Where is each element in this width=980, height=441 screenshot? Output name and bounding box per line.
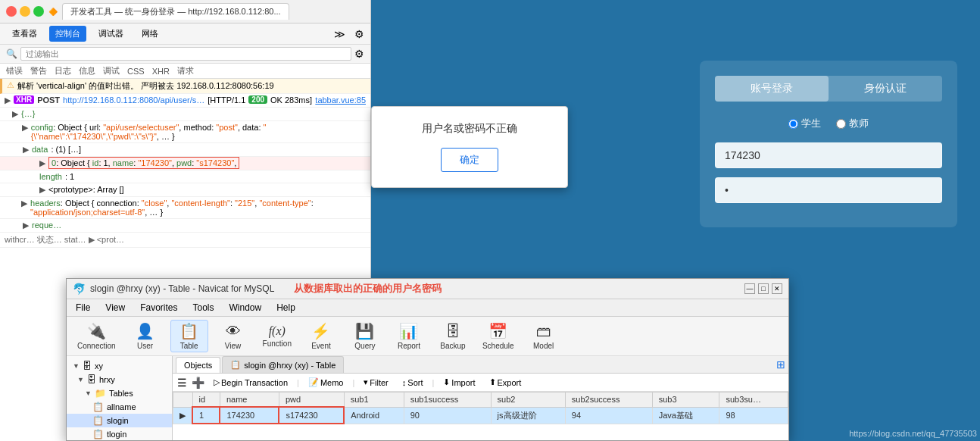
teacher-radio[interactable]	[836, 119, 846, 129]
tree-item-slogin[interactable]: 📋 slogin	[67, 414, 172, 427]
console-entry-request[interactable]: ▶ reque…	[0, 219, 370, 233]
sort-button[interactable]: ↕ Sort	[398, 377, 428, 389]
cell-sub1[interactable]: Android	[344, 407, 404, 424]
settings-icon[interactable]: ⚙	[354, 28, 364, 40]
password-input[interactable]	[715, 177, 942, 203]
tree-item-xy[interactable]: ▼ 🗄 xy	[67, 359, 172, 373]
tab-identity-auth[interactable]: 身份认证	[829, 76, 942, 102]
nav-tab-table[interactable]: 📋 slogin @hrxy (xy) - Table	[222, 356, 344, 373]
col-sub2[interactable]: sub2	[491, 393, 565, 408]
expand-icon[interactable]: ▶	[39, 158, 45, 168]
toolbar-function[interactable]: f(x) Function	[258, 323, 296, 349]
toolbar-view[interactable]: 👁 View	[214, 321, 252, 352]
settings-gear-icon[interactable]: ⚙	[354, 48, 364, 60]
cell-id[interactable]: 1	[192, 407, 220, 424]
source-ref[interactable]: tabbar.vue:85	[315, 95, 366, 105]
radio-student[interactable]: 学生	[788, 117, 821, 130]
toolbar-table[interactable]: 📋 Table	[170, 320, 208, 352]
toolbar-report[interactable]: 📊 Report	[390, 321, 428, 352]
menu-tools[interactable]: Tools	[190, 301, 217, 314]
cell-sub3su[interactable]: 98	[719, 407, 788, 424]
cell-sub2success[interactable]: 94	[565, 407, 652, 424]
expand-arrow-icon[interactable]: ▼	[73, 362, 80, 370]
filter-input[interactable]	[20, 47, 351, 61]
radio-teacher[interactable]: 教师	[836, 117, 869, 130]
col-name[interactable]: name	[220, 393, 279, 408]
tree-item-hrxy[interactable]: ▼ 🗄 hrxy	[67, 373, 172, 386]
hamburger-icon[interactable]: ☰	[177, 377, 187, 389]
memo-button[interactable]: 📝 Memo	[304, 376, 348, 389]
cell-sub1success[interactable]: 90	[404, 407, 491, 424]
level-xhr[interactable]: XHR	[152, 67, 170, 76]
maximize-button[interactable]	[33, 6, 44, 17]
tree-item-tables[interactable]: ▼ 📁 Tables	[67, 386, 172, 400]
cell-sub3[interactable]: Java基础	[652, 407, 719, 424]
menu-file[interactable]: File	[73, 301, 93, 314]
export-button[interactable]: ⬆ Export	[485, 376, 526, 389]
console-entry-headers[interactable]: ▶ headers: Object { connection: "close",…	[0, 197, 370, 219]
tree-item-tlogin[interactable]: 📋 tlogin	[67, 427, 172, 440]
tab-debugger[interactable]: 调试器	[92, 26, 130, 42]
close-button[interactable]	[6, 6, 17, 17]
level-requests[interactable]: 请求	[177, 65, 194, 77]
begin-transaction-button[interactable]: ▷ Begin Transaction	[209, 376, 292, 389]
tab-inspector[interactable]: 查看器	[6, 26, 43, 42]
browser-tab[interactable]: 开发者工具 — 统一身份登录 — http://192.168.0.112:80…	[62, 3, 289, 20]
restore-button[interactable]: □	[758, 283, 769, 294]
level-debug[interactable]: 调试	[103, 65, 120, 77]
level-info[interactable]: 信息	[79, 65, 95, 77]
toolbar-schedule[interactable]: 📅 Schedule	[478, 321, 519, 352]
col-sub1[interactable]: sub1	[344, 393, 404, 408]
cell-sub2[interactable]: js高级进阶	[491, 407, 565, 424]
cell-pwd[interactable]: s174230	[279, 407, 344, 424]
level-css[interactable]: CSS	[127, 67, 145, 76]
expand-icon[interactable]: ▶	[23, 220, 29, 230]
tab-account-login[interactable]: 账号登录	[715, 76, 829, 102]
expand-arrow-icon[interactable]: ▼	[77, 376, 84, 383]
table-row[interactable]: ▶ 1 174230 s174230 Android 90 js高级进阶 94 …	[173, 407, 788, 424]
tab-network[interactable]: 网络	[136, 26, 164, 42]
menu-window[interactable]: Window	[226, 301, 265, 314]
console-entry-object[interactable]: ▶ {…}	[0, 108, 370, 121]
navicat-window-controls[interactable]: — □ ✕	[744, 283, 782, 294]
col-id[interactable]: id	[192, 393, 220, 408]
expand-icon[interactable]: ▶	[5, 95, 11, 105]
toolbar-connection[interactable]: 🔌 Connection	[73, 321, 120, 352]
toolbar-query[interactable]: 💾 Query	[346, 321, 384, 352]
filter-button[interactable]: ▾ Filter	[359, 376, 392, 389]
menu-view[interactable]: View	[102, 301, 128, 314]
menu-help[interactable]: Help	[273, 301, 298, 314]
add-row-icon[interactable]: ➕	[192, 377, 204, 389]
console-entry-config[interactable]: ▶ config: Object { url: "api/user/select…	[0, 121, 370, 143]
expand-icon[interactable]: ▶	[21, 199, 27, 208]
expand-icon[interactable]: ▶	[39, 185, 45, 195]
col-sub1success[interactable]: sub1success	[404, 393, 491, 408]
level-warnings[interactable]: 警告	[30, 65, 47, 77]
alert-confirm-button[interactable]: 确定	[441, 148, 498, 172]
level-errors[interactable]: 错误	[6, 65, 23, 77]
username-input[interactable]	[715, 142, 942, 168]
toolbar-backup[interactable]: 🗄 Backup	[434, 321, 472, 352]
window-controls[interactable]	[6, 6, 44, 17]
col-sub3[interactable]: sub3	[652, 393, 719, 408]
close-button[interactable]: ✕	[772, 283, 782, 294]
cell-name[interactable]: 174230	[220, 407, 279, 424]
col-sub2success[interactable]: sub2success	[565, 393, 652, 408]
more-tabs-icon[interactable]: ≫	[334, 28, 345, 40]
expand-icon[interactable]: ▶	[12, 109, 18, 119]
tab-console[interactable]: 控制台	[49, 26, 86, 42]
import-button[interactable]: ⬇ Import	[439, 376, 479, 389]
expand-arrow-icon[interactable]: ▼	[85, 389, 92, 397]
toolbar-model[interactable]: 🗃 Model	[525, 321, 563, 352]
console-entry-prototype[interactable]: ▶ <prototype>: Array []	[0, 183, 370, 197]
level-logs[interactable]: 日志	[55, 65, 71, 77]
minimize-button[interactable]: —	[744, 283, 755, 294]
console-entry-data[interactable]: ▶ data: (1) […]	[0, 143, 370, 157]
col-pwd[interactable]: pwd	[279, 393, 344, 408]
nav-tab-objects[interactable]: Objects	[176, 357, 220, 373]
expand-icon[interactable]: ▶	[23, 145, 29, 155]
menu-favorites[interactable]: Favorites	[137, 301, 180, 314]
console-entry-xhr[interactable]: ▶ XHR POST http://192.168.0.112:8080/api…	[0, 94, 370, 108]
minimize-button[interactable]	[20, 6, 30, 17]
col-sub3su[interactable]: sub3su…	[719, 393, 788, 408]
